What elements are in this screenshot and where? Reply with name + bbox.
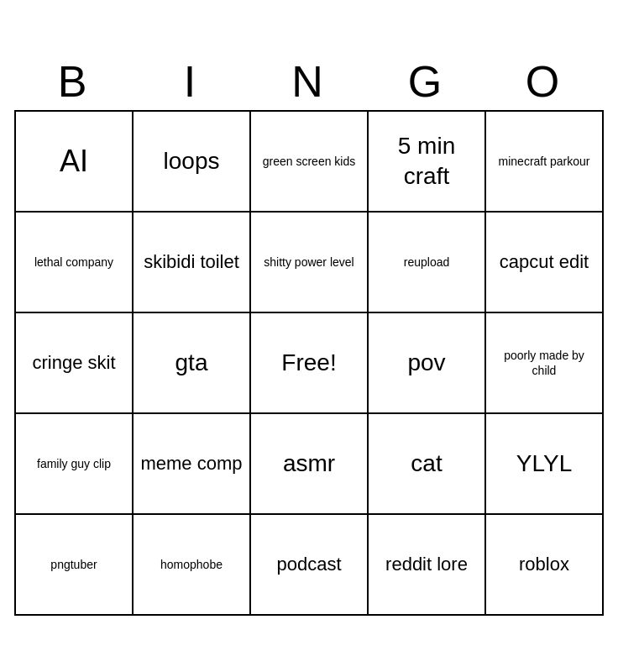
cell-24[interactable]: roblox bbox=[486, 515, 604, 616]
cell-9[interactable]: capcut edit bbox=[486, 213, 604, 313]
cell-16[interactable]: meme comp bbox=[134, 414, 251, 515]
cell-4[interactable]: minecraft parkour bbox=[486, 112, 604, 213]
bingo-grid: AI loops green screen kids 5 min craft m… bbox=[14, 110, 604, 616]
cell-2[interactable]: green screen kids bbox=[251, 112, 369, 213]
letter-b: B bbox=[15, 56, 133, 107]
bingo-header: B I N G O bbox=[15, 56, 603, 107]
cell-0[interactable]: AI bbox=[16, 112, 134, 213]
cell-7[interactable]: shitty power level bbox=[251, 213, 369, 313]
cell-22[interactable]: podcast bbox=[251, 515, 369, 616]
letter-n: N bbox=[250, 56, 368, 107]
cell-13[interactable]: pov bbox=[369, 313, 486, 414]
cell-10[interactable]: cringe skit bbox=[16, 313, 134, 414]
cell-12[interactable]: Free! bbox=[251, 313, 369, 414]
cell-6[interactable]: skibidi toilet bbox=[134, 213, 251, 313]
letter-i: I bbox=[133, 56, 250, 107]
cell-15[interactable]: family guy clip bbox=[16, 414, 134, 515]
cell-3[interactable]: 5 min craft bbox=[369, 112, 486, 213]
cell-17[interactable]: asmr bbox=[251, 414, 369, 515]
bingo-card: B I N G O AI loops green screen kids 5 m… bbox=[15, 56, 603, 616]
cell-23[interactable]: reddit lore bbox=[369, 515, 486, 616]
cell-5[interactable]: lethal company bbox=[16, 213, 134, 313]
cell-11[interactable]: gta bbox=[134, 313, 251, 414]
cell-21[interactable]: homophobe bbox=[134, 515, 251, 616]
cell-8[interactable]: reupload bbox=[369, 213, 486, 313]
letter-o: O bbox=[485, 56, 603, 107]
cell-20[interactable]: pngtuber bbox=[16, 515, 134, 616]
letter-g: G bbox=[368, 56, 485, 107]
cell-19[interactable]: YLYL bbox=[486, 414, 604, 515]
cell-14[interactable]: poorly made by child bbox=[486, 313, 604, 414]
cell-18[interactable]: cat bbox=[369, 414, 486, 515]
cell-1[interactable]: loops bbox=[134, 112, 251, 213]
